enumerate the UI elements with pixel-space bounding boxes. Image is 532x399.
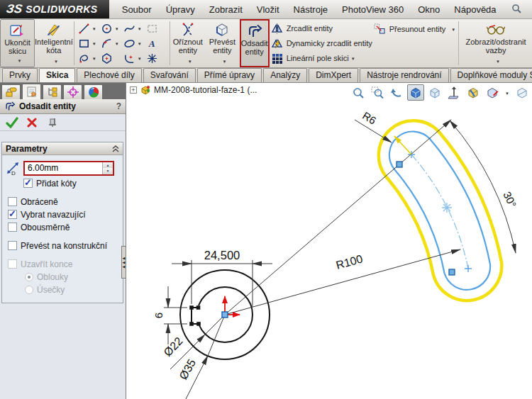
configurationmanager-tab[interactable] bbox=[43, 84, 62, 99]
tab-prvky[interactable]: Prvky bbox=[2, 68, 38, 82]
tab-analyzy[interactable]: Analýzy bbox=[263, 68, 307, 82]
parameters-group-header[interactable]: Parametry bbox=[2, 142, 123, 155]
zoom-to-fit-button[interactable] bbox=[350, 84, 367, 101]
tab-svarovani[interactable]: Svařování bbox=[143, 68, 196, 82]
display-delete-relations-button[interactable]: Zobrazit/odstranit vazby ▼ bbox=[460, 19, 532, 67]
dim-inner-diameter-text[interactable]: Ø22 bbox=[161, 335, 184, 359]
spinner-down-button[interactable]: ▼ bbox=[103, 168, 113, 174]
origin-point-handle[interactable] bbox=[222, 312, 228, 317]
graphics-area[interactable]: + MM-2008-tutorial-faze-1 (... ▼ bbox=[126, 83, 532, 399]
line-tool-button[interactable]: ▼ bbox=[77, 21, 99, 36]
linear-pattern-dropdown[interactable]: ▼ bbox=[351, 57, 355, 61]
dim-radius-text[interactable]: R100 bbox=[335, 252, 364, 271]
ok-button[interactable] bbox=[6, 117, 18, 128]
spline-tool-button[interactable]: ▼ bbox=[122, 21, 145, 36]
offset-distance-input[interactable] bbox=[25, 162, 102, 174]
menu-soubor[interactable]: Soubor bbox=[115, 4, 159, 15]
menu-vlozit[interactable]: Vložit bbox=[250, 4, 287, 15]
point-tool-button[interactable] bbox=[145, 51, 167, 66]
offset-entities-button[interactable]: Odsadit entity bbox=[240, 19, 270, 67]
arc-tool-button[interactable]: ▼ bbox=[99, 36, 122, 51]
hide-show-items-button[interactable] bbox=[465, 84, 482, 101]
tab-doplnkove-moduly[interactable]: Doplňkové moduly SOLIDWORKS bbox=[450, 68, 532, 82]
fillet-tool-button[interactable]: ▼ bbox=[122, 51, 145, 66]
solidworks-logo-mark-icon: ЗS bbox=[6, 2, 23, 16]
circle-tool-button[interactable]: ▼ bbox=[99, 21, 122, 36]
checkbox-icon[interactable] bbox=[8, 241, 17, 250]
dim-keyway-text[interactable]: 6 bbox=[153, 313, 165, 318]
option-select-chain[interactable]: Vybrat navazující bbox=[8, 209, 120, 220]
option-construction-geometry[interactable]: Převést na konstrukční bbox=[8, 240, 120, 251]
slot-selected-outline[interactable] bbox=[389, 132, 490, 290]
smart-dimension-dropdown[interactable]: ▼ bbox=[54, 57, 58, 66]
smart-dimension-button[interactable]: Inteligentní kóta ▼ bbox=[35, 19, 73, 67]
trim-dropdown[interactable]: ▼ bbox=[188, 57, 192, 66]
dim-angle-text[interactable]: 30° bbox=[501, 190, 519, 210]
menu-napoveda[interactable]: Nápověda bbox=[447, 4, 503, 15]
convert-entities-button[interactable]: Převést entity ▼ bbox=[205, 19, 240, 67]
help-button[interactable]: ? bbox=[116, 101, 121, 111]
display-style-button[interactable] bbox=[426, 84, 443, 101]
edit-appearance-button[interactable] bbox=[484, 84, 501, 101]
sketch-text-tool-button[interactable]: A bbox=[145, 36, 167, 51]
spinner-up-button[interactable]: ▲ bbox=[103, 162, 113, 169]
menu-upravy[interactable]: Úpravy bbox=[159, 4, 202, 15]
tree-expand-button[interactable]: + bbox=[130, 86, 137, 94]
menu-okno[interactable]: Okno bbox=[411, 4, 447, 15]
mirror-entities-button[interactable]: Zrcadlit entity bbox=[271, 21, 372, 36]
cancel-button[interactable] bbox=[27, 118, 37, 128]
displaymanager-tab[interactable] bbox=[84, 84, 103, 99]
featuremanager-tab[interactable] bbox=[1, 84, 21, 99]
checkbox-icon[interactable] bbox=[8, 197, 17, 206]
menu-zobrazit[interactable]: Zobrazit bbox=[202, 4, 250, 15]
linear-sketch-pattern-button[interactable]: Lineární pole skici ▼ bbox=[271, 51, 372, 66]
panel-splitter-handle[interactable]: ◀◀◀ bbox=[121, 246, 126, 279]
freeform-curve-tool-button[interactable]: ▼ bbox=[77, 51, 99, 66]
menu-nastroje[interactable]: Nástroje bbox=[287, 4, 335, 15]
tree-root-label[interactable]: MM-2008-tutorial-faze-1 (... bbox=[154, 85, 257, 95]
option-add-dimensions[interactable]: Přidat kóty bbox=[23, 178, 120, 189]
dashed-rectangle-icon bbox=[146, 23, 158, 35]
checkbox-checked-icon[interactable] bbox=[23, 179, 33, 188]
featuremanager-icon bbox=[6, 87, 17, 97]
trim-entities-button[interactable]: Oříznout entity ▼ bbox=[170, 19, 205, 67]
option-reverse[interactable]: Obráceně bbox=[8, 196, 120, 207]
convert-dropdown[interactable]: ▼ bbox=[222, 57, 226, 66]
sketch-origin[interactable] bbox=[222, 296, 240, 317]
menu-photoview[interactable]: PhotoView 360 bbox=[335, 4, 411, 15]
view-orientation-button[interactable] bbox=[407, 84, 424, 101]
dim-outer-diameter-text[interactable]: Ø35 bbox=[177, 357, 198, 382]
sketch-canvas[interactable]: 24,500 6 Ø22 Ø35 R100 bbox=[126, 83, 532, 399]
apply-scene-button[interactable] bbox=[514, 84, 531, 101]
exit-sketch-dropdown[interactable]: ▼ bbox=[17, 57, 21, 65]
search-icon[interactable] bbox=[511, 0, 522, 18]
polygon-tool-button[interactable] bbox=[99, 51, 122, 66]
ellipse-tool-button[interactable]: ▼ bbox=[122, 36, 145, 51]
tab-prime-upravy[interactable]: Přímé úpravy bbox=[197, 68, 262, 82]
relations-dropdown[interactable]: ▼ bbox=[496, 57, 500, 66]
checkbox-checked-icon[interactable] bbox=[8, 210, 17, 219]
edit-appearance-dropdown[interactable]: ▼ bbox=[505, 91, 509, 96]
move-entities-button[interactable]: Přesunout entity ▼ bbox=[374, 21, 458, 36]
tab-nastroje-rendrovani[interactable]: Nástroje rendrování bbox=[360, 68, 448, 82]
slot-endpoint-handles[interactable] bbox=[397, 162, 455, 275]
dim-fillet-text[interactable]: R6 bbox=[360, 109, 378, 127]
offset-preview-outline[interactable] bbox=[379, 120, 501, 300]
section-view-button[interactable] bbox=[445, 84, 462, 101]
tab-skica[interactable]: Skica bbox=[39, 68, 75, 82]
tab-plechove-dily[interactable]: Plechové díly bbox=[77, 68, 141, 82]
dynamic-mirror-entities-button[interactable]: Dynamicky zrcadlit entity bbox=[271, 36, 372, 51]
checkbox-icon[interactable] bbox=[8, 223, 17, 232]
exit-sketch-button[interactable]: Ukončit skicu ▼ bbox=[0, 19, 35, 67]
rectangle-tool-button[interactable]: ▼ bbox=[77, 36, 99, 51]
tab-dimxpert[interactable]: DimXpert bbox=[309, 68, 358, 82]
zoom-to-area-button[interactable] bbox=[369, 84, 386, 101]
dimxpertmanager-tab[interactable] bbox=[63, 84, 82, 99]
slot-midpoint-star-icon bbox=[442, 203, 452, 213]
previous-view-button[interactable] bbox=[388, 84, 405, 101]
option-bidirectional[interactable]: Obousměrně bbox=[8, 222, 120, 232]
move-entities-dropdown[interactable]: ▼ bbox=[451, 28, 455, 32]
dim-width-text[interactable]: 24,500 bbox=[204, 249, 240, 262]
propertymanager-tab[interactable] bbox=[22, 84, 41, 99]
pin-button[interactable] bbox=[45, 118, 58, 128]
